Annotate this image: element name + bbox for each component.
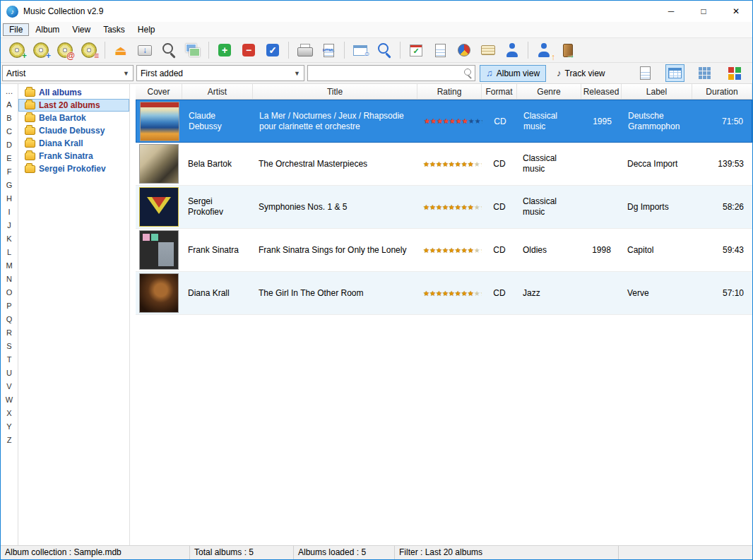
exit-button[interactable]: → xyxy=(556,40,580,61)
load-disc-button[interactable]: ↓ xyxy=(133,40,157,61)
search-covers-button[interactable] xyxy=(181,40,205,61)
edit-record-button[interactable]: ✓ xyxy=(261,40,285,61)
alphabet-a[interactable]: A xyxy=(1,98,18,112)
album-row-sergei-prokofiev[interactable]: Sergei ProkofievSymphonies Nos. 1 & 5★★★… xyxy=(136,186,752,229)
cell-rating: ★★★★★★★★★★ xyxy=(417,186,482,228)
images-view-button[interactable] xyxy=(725,64,744,82)
alphabet-r[interactable]: R xyxy=(1,326,18,340)
group-by-dropdown[interactable]: Artist ▼ xyxy=(2,65,134,81)
alphabet-z[interactable]: Z xyxy=(1,434,18,447)
statistics-button[interactable]: ✓ xyxy=(404,40,428,61)
alphabet-c[interactable]: C xyxy=(1,125,18,138)
toolbar-separator xyxy=(400,42,401,59)
menu-item-tasks[interactable]: Tasks xyxy=(97,23,131,36)
alphabet-v[interactable]: V xyxy=(1,380,18,393)
eject-disc-button[interactable]: ⏏ xyxy=(109,40,133,61)
menu-item-view[interactable]: View xyxy=(66,23,97,36)
alphabet-d[interactable]: D xyxy=(1,138,18,152)
cell-genre: Oldies xyxy=(517,229,581,271)
column-header-duration[interactable]: Duration xyxy=(692,84,752,99)
tree-item-label: Bela Bartok xyxy=(39,113,86,123)
add-record-button[interactable]: + xyxy=(213,40,237,61)
search-icon[interactable] xyxy=(462,68,475,79)
copy-album-button[interactable]: + xyxy=(29,40,53,61)
chart-button[interactable] xyxy=(452,40,476,61)
add-album-button[interactable]: + xyxy=(5,40,29,61)
status-albums-loaded: Albums loaded : 5 xyxy=(294,546,395,559)
cell-format: CD xyxy=(482,100,518,142)
alphabet-i[interactable]: I xyxy=(1,205,18,219)
folder-icon xyxy=(25,127,35,135)
alphabet-w[interactable]: W xyxy=(1,393,18,407)
alphabet-y[interactable]: Y xyxy=(1,420,18,434)
column-header-label[interactable]: Label xyxy=(622,84,692,99)
menu-item-album[interactable]: Album xyxy=(29,23,66,36)
rating-stars: ★★★★★★★★★★ xyxy=(423,246,482,254)
cell-title: La Mer / Nocturnes / Jeux / Rhapsodie po… xyxy=(254,100,418,142)
view-mode-buttons xyxy=(636,64,744,82)
column-header-genre[interactable]: Genre xyxy=(517,84,581,99)
alphabet-t[interactable]: T xyxy=(1,353,18,367)
alphabet-g[interactable]: G xyxy=(1,179,18,192)
close-button[interactable]: ✕ xyxy=(720,1,752,22)
alphabet-x[interactable]: X xyxy=(1,407,18,420)
album-view-button[interactable]: ♫ Album view xyxy=(480,65,546,82)
filter-dropdown[interactable]: First added ▼ xyxy=(136,65,304,81)
report-view-button[interactable] xyxy=(636,64,655,82)
contacts-button[interactable] xyxy=(500,40,524,61)
zoom-button[interactable] xyxy=(372,40,396,61)
find-button[interactable]: ○ xyxy=(348,40,372,61)
export-html-button[interactable]: HTML xyxy=(316,40,340,61)
alphabet-m[interactable]: M xyxy=(1,259,18,273)
cell-cover xyxy=(136,143,182,185)
alphabet-o[interactable]: O xyxy=(1,286,18,299)
alphabet-u[interactable]: U xyxy=(1,367,18,380)
alphabet-h[interactable]: H xyxy=(1,192,18,205)
column-header-released[interactable]: Released xyxy=(581,84,622,99)
alphabet-k[interactable]: K xyxy=(1,232,18,246)
track-view-button[interactable]: ♪ Track view xyxy=(550,65,611,82)
alphabet-q[interactable]: Q xyxy=(1,313,18,326)
column-header-format[interactable]: Format xyxy=(482,84,517,99)
alphabet-e[interactable]: E xyxy=(1,152,18,165)
column-header-artist[interactable]: Artist xyxy=(182,84,253,99)
alphabet-n[interactable]: N xyxy=(1,273,18,286)
alphabet-b[interactable]: B xyxy=(1,112,18,125)
alphabet-p[interactable]: P xyxy=(1,299,18,313)
alphabet-j[interactable]: J xyxy=(1,219,18,232)
search-input[interactable] xyxy=(308,66,462,81)
menu-item-help[interactable]: Help xyxy=(131,23,162,36)
column-header-rating[interactable]: Rating xyxy=(417,84,482,99)
web-grab-album-button[interactable]: @ xyxy=(53,40,77,61)
tree-item-frank-sinatra[interactable]: Frank Sinatra xyxy=(18,150,129,162)
column-header-cover[interactable]: Cover xyxy=(136,84,182,99)
album-row-bela-bartok[interactable]: Bela BartokThe Orchestral Masterpieces★★… xyxy=(136,143,752,186)
delete-record-button[interactable]: − xyxy=(237,40,261,61)
alphabet-f[interactable]: F xyxy=(1,165,18,179)
tree-item-bela-bartok[interactable]: Bela Bartok xyxy=(18,112,129,124)
lend-button[interactable]: ↑ xyxy=(532,40,556,61)
maximize-button[interactable]: □ xyxy=(687,1,720,22)
alphabet-l[interactable]: L xyxy=(1,246,18,259)
report-button[interactable] xyxy=(428,40,452,61)
column-header-title[interactable]: Title xyxy=(253,84,417,99)
tree-item-sergei-prokofiev[interactable]: Sergei Prokofiev xyxy=(18,162,129,175)
tree-item-diana-krall[interactable]: Diana Krall xyxy=(18,137,129,150)
album-row-claude-debussy[interactable]: Claude DebussyLa Mer / Nocturnes / Jeux … xyxy=(136,100,752,143)
tree-item-claude-debussy[interactable]: Claude Debussy xyxy=(18,124,129,137)
alphabet-s[interactable]: S xyxy=(1,340,18,353)
print-button[interactable] xyxy=(292,40,316,61)
tree-item-all-albums[interactable]: All albums xyxy=(18,86,129,99)
database-grab-album-button[interactable]: ≡ xyxy=(77,40,101,61)
album-row-frank-sinatra[interactable]: Frank SinatraFrank Sinatra Sings for Onl… xyxy=(136,229,752,272)
search-disc-button[interactable] xyxy=(157,40,181,61)
alphabet-ellipsis[interactable]: … xyxy=(1,85,18,98)
table-view-button[interactable] xyxy=(665,64,684,82)
thumbnails-view-button[interactable] xyxy=(695,64,714,82)
minimize-button[interactable]: ─ xyxy=(655,1,687,22)
splitter[interactable] xyxy=(129,84,136,545)
loan-card-button[interactable] xyxy=(476,40,500,61)
menu-item-file[interactable]: File xyxy=(3,23,29,36)
tree-item-last-20-albums[interactable]: Last 20 albums xyxy=(18,99,129,112)
album-row-diana-krall[interactable]: Diana KrallThe Girl In The Other Room★★★… xyxy=(136,272,752,315)
